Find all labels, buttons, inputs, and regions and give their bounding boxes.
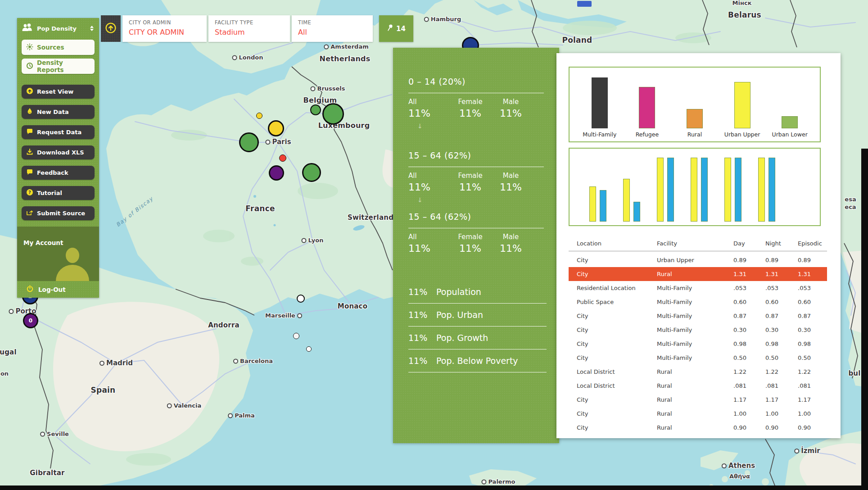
table-header-cell: Location (577, 240, 657, 247)
sidebar-item-new-data[interactable]: New Data (22, 105, 95, 119)
table-cell: Multi-Family (657, 354, 733, 361)
stat-value: 11% (449, 243, 492, 254)
table-row[interactable]: Residential LocationMulti-Family.053.053… (569, 281, 827, 295)
map-label-on: on (0, 370, 9, 377)
sidebar-item-feedback[interactable]: Feedback (22, 166, 95, 180)
collapse-filters-button[interactable] (101, 15, 121, 42)
filter-city-or-admin[interactable]: CITY OR ADMINCITY OR ADMIN (122, 15, 207, 42)
map-label-belarus: Belarus (728, 10, 761, 19)
age-bracket-section: 0 – 14 (20%) AllFemaleMale 11%11%11% ↓ (408, 77, 544, 150)
bar-group-urban-upper: Urban Upper (720, 82, 765, 141)
map-label-spain: Spain (91, 386, 116, 395)
chevron-updown-icon[interactable] (89, 25, 95, 32)
bar-label: Refugee (636, 131, 659, 138)
marker-white-ring[interactable] (297, 295, 305, 303)
divider (408, 228, 544, 228)
table-header-cell: Episodic (798, 240, 827, 247)
filter-time[interactable]: TIMEAll (292, 15, 373, 42)
table-cell: 0.89 (765, 257, 798, 263)
map-label-seville: Seville (40, 431, 69, 437)
sidebar-item-tutorial[interactable]: ?Tutorial (22, 186, 95, 200)
marker-purple[interactable] (269, 165, 284, 181)
table-cell: 1.17 (798, 396, 827, 403)
table-cell: 1.22 (733, 368, 765, 375)
bar-pair-1 (589, 186, 606, 222)
marker-yellow-dotted[interactable] (268, 120, 284, 136)
age-bracket-section: 15 – 64 (62%) AllFemaleMale 11%11%11% (408, 212, 544, 287)
table-row[interactable]: Public SpaceMulti-Family0.600.600.60 (569, 295, 827, 309)
table-row[interactable]: CityRural0.900.900.90 (569, 421, 827, 435)
sidebar-item-submit-source[interactable]: Submit Source (22, 206, 95, 220)
marker-green-large[interactable] (239, 132, 259, 152)
pin-count-badge[interactable]: 14 (379, 15, 413, 42)
bar-night (769, 158, 775, 222)
map-label-france: France (245, 204, 275, 213)
table-row[interactable]: CityRural1.001.001.00 (569, 407, 827, 421)
table-cell: Public Space (577, 299, 657, 305)
table-cell: 0.89 (798, 257, 827, 263)
table-cell: 0.87 (798, 313, 827, 319)
table-row[interactable]: CityUrban Upper0.890.890.89 (569, 253, 827, 267)
table-row[interactable]: Local DistrictRural.081.081.081 (569, 379, 827, 393)
table-cell: City (577, 257, 657, 263)
stat-col-label: All (408, 172, 449, 180)
marker-white-ring[interactable] (306, 346, 312, 352)
city-dot (722, 463, 727, 468)
sidebar-item-request-data[interactable]: Request Data (22, 125, 95, 139)
divider (408, 93, 544, 93)
stat-col-label: Female (449, 233, 492, 241)
table-cell: 0.30 (765, 327, 798, 333)
marker-white-ring[interactable] (293, 333, 299, 339)
table-row[interactable]: CityMulti-Family0.980.980.98 (569, 337, 827, 351)
metric-pop-below-poverty: 11%Pop. Below Poverty (408, 356, 544, 379)
bar-label: Urban Upper (724, 131, 760, 138)
bar-day (691, 158, 697, 222)
metric-label: Population (436, 287, 481, 297)
bar-day (724, 158, 731, 222)
marker-green-large[interactable] (302, 163, 321, 182)
table-row[interactable]: CityRural1.171.171.17 (569, 393, 827, 407)
city-dot (301, 238, 306, 243)
marker-green-large[interactable] (322, 103, 344, 125)
table-row[interactable]: CityMulti-Family0.870.870.87 (569, 309, 827, 323)
map-label-netherlands: Netherlands (320, 54, 371, 63)
stat-col-label: All (408, 233, 449, 241)
filter-facility-type[interactable]: FACILITY TYPEStadium (208, 15, 290, 42)
metric-pop-growth: 11%Pop. Growth (408, 333, 544, 356)
marker-green-small[interactable] (310, 104, 321, 115)
map-label-palma: Palma (228, 412, 255, 419)
map-label-valencia: Valencia (167, 402, 202, 409)
sidebar-item-download-xls[interactable]: Download XLS (22, 145, 95, 159)
map-label-paris: Paris (265, 138, 291, 146)
city-dot (310, 86, 315, 91)
sidebar-item-label: Feedback (37, 169, 68, 176)
bar-night (667, 158, 674, 222)
marker-cluster-purple[interactable]: 0 (23, 313, 38, 328)
table-cell: .081 (798, 382, 827, 389)
bar-day (758, 158, 765, 222)
power-icon (26, 285, 34, 294)
map-label-marseille: Marseille (265, 312, 302, 319)
table-row[interactable]: CityMulti-Family0.300.300.30 (569, 323, 827, 337)
up-arrow-outline-icon (105, 22, 117, 36)
table-cell: 1.17 (765, 396, 798, 403)
map-label-barcelona: Barcelona (233, 358, 273, 364)
marker-yellow-small[interactable] (256, 113, 262, 119)
my-account-section[interactable]: My Account (17, 227, 99, 281)
sidebar-item-sources[interactable]: Sources (22, 40, 95, 55)
table-row[interactable]: CityRural1.311.311.31 (569, 267, 827, 281)
marker-red-small[interactable] (279, 154, 286, 162)
bottom-letterbox (0, 485, 868, 490)
map-label-switzerland: Switzerland (348, 213, 393, 222)
table-cell: .053 (798, 285, 827, 291)
stat-value: 11% (492, 108, 530, 119)
logout-button[interactable]: Log-Out (17, 281, 99, 298)
table-row[interactable]: CityMulti-Family0.500.500.50 (569, 351, 827, 365)
table-cell: Multi-Family (657, 313, 733, 319)
sidebar-item-density-reports[interactable]: Density Reports (22, 59, 95, 74)
app-switcher[interactable]: Pop Density (17, 18, 99, 39)
sidebar-item-reset-view[interactable]: Reset View (22, 85, 95, 99)
table-row[interactable]: Local DistrictRural1.221.221.22 (569, 365, 827, 379)
stat-value: 11% (492, 181, 530, 193)
sidebar-item-label: Request Data (37, 129, 81, 136)
